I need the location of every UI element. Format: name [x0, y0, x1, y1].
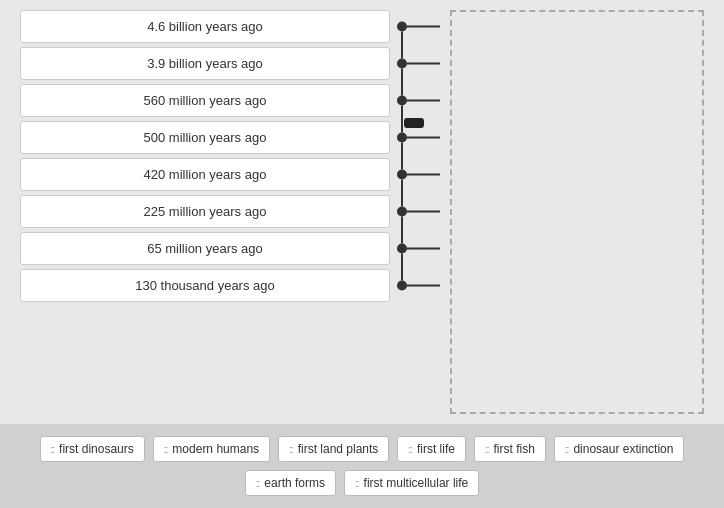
chip-row2-1[interactable]: ::first multicellular life — [344, 470, 479, 496]
svg-point-6 — [397, 96, 407, 106]
right-dashed-box — [450, 10, 704, 414]
chip-row2-0[interactable]: ::earth forms — [245, 470, 336, 496]
drag-icon: :: — [164, 444, 168, 455]
previous-button[interactable] — [404, 118, 424, 128]
time-box-3[interactable]: 500 million years ago — [20, 121, 390, 154]
chip-2[interactable]: ::first land plants — [278, 436, 389, 462]
drag-icon: :: — [565, 444, 569, 455]
time-box-4[interactable]: 420 million years ago — [20, 158, 390, 191]
time-box-5[interactable]: 225 million years ago — [20, 195, 390, 228]
chip-5[interactable]: ::dinosaur extinction — [554, 436, 685, 462]
time-box-2[interactable]: 560 million years ago — [20, 84, 390, 117]
main-area: 4.6 billion years ago3.9 billion years a… — [0, 0, 724, 424]
drag-icon: :: — [485, 444, 489, 455]
svg-point-9 — [397, 133, 407, 143]
svg-point-12 — [397, 170, 407, 180]
time-box-7[interactable]: 130 thousand years ago — [20, 269, 390, 302]
svg-point-0 — [397, 22, 407, 32]
svg-point-3 — [397, 59, 407, 69]
chip-row-2: ::earth forms::first multicellular life — [20, 470, 704, 496]
time-box-0[interactable]: 4.6 billion years ago — [20, 10, 390, 43]
bottom-labels: ::first dinosaurs::modern humans::first … — [0, 424, 724, 508]
chip-3[interactable]: ::first life — [397, 436, 466, 462]
time-box-6[interactable]: 65 million years ago — [20, 232, 390, 265]
drag-icon: :: — [256, 478, 260, 489]
drag-icon: :: — [51, 444, 55, 455]
drag-icon: :: — [408, 444, 412, 455]
svg-point-21 — [397, 281, 407, 291]
chip-4[interactable]: ::first fish — [474, 436, 546, 462]
time-boxes-column: 4.6 billion years ago3.9 billion years a… — [20, 10, 390, 414]
svg-point-15 — [397, 207, 407, 217]
time-box-1[interactable]: 3.9 billion years ago — [20, 47, 390, 80]
drag-icon: :: — [355, 478, 359, 489]
chip-1[interactable]: ::modern humans — [153, 436, 270, 462]
chip-0[interactable]: ::first dinosaurs — [40, 436, 145, 462]
svg-point-18 — [397, 244, 407, 254]
connector-svg — [390, 10, 450, 302]
chip-row-1: ::first dinosaurs::modern humans::first … — [20, 436, 704, 462]
drag-icon: :: — [289, 444, 293, 455]
